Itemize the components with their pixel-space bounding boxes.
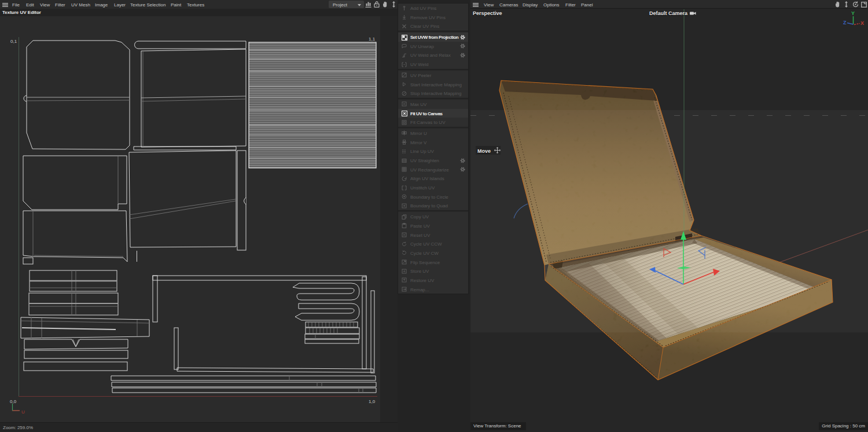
svg-text:Z: Z <box>843 20 847 25</box>
svg-text:X: X <box>860 20 864 26</box>
svg-text:0,0: 0,0 <box>10 399 17 404</box>
svg-text:U: U <box>21 409 25 415</box>
svg-text:Y: Y <box>851 10 855 16</box>
svg-text:1,0: 1,0 <box>369 399 376 404</box>
svg-text:0,1: 0,1 <box>10 39 17 44</box>
svg-text:1,1: 1,1 <box>369 36 376 42</box>
